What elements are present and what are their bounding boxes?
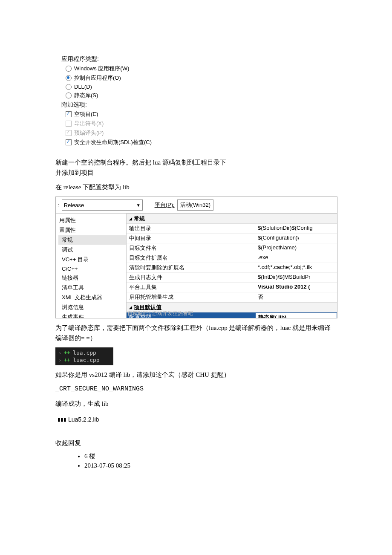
para-5: 编译成功，生成 lib (55, 399, 337, 409)
triangle-down-icon: ◢ (129, 217, 132, 221)
para-2: 在 release 下配置类型为 lib (55, 182, 337, 192)
opt-static-label: 静态库(S) (74, 92, 98, 99)
radio-icon (66, 92, 72, 98)
opt-console[interactable]: 控制台应用程序(O) (66, 74, 159, 82)
checkbox-icon (66, 139, 72, 145)
app-type-label: 应用程序类型: (61, 55, 159, 63)
para-4a: 如果你是用 vs2012 编译 lib，请添加这个宏（感谢 CHU 提醒） (55, 370, 337, 380)
plus-icon: ++ (63, 357, 70, 363)
checkbox-icon (66, 130, 72, 136)
platform-value: 活动(Win32) (180, 201, 211, 209)
prop-row: 清除时要删除的扩展名*.cdf;*.cache;*.obj;*.ilk (127, 263, 337, 273)
chk-export: 导出符号(X) (66, 120, 159, 127)
triangle-right-icon: ▷ (59, 358, 61, 362)
prop-row: 目标文件名$(ProjectName) (127, 243, 337, 253)
chk-export-label: 导出符号(X) (74, 120, 104, 127)
tree-item[interactable]: 生成事件 (58, 312, 126, 318)
config-value: Release (64, 202, 84, 208)
post-meta: 6 楼 2013-07-05 08:25 (67, 452, 337, 469)
radio-icon (66, 75, 72, 81)
opt-dll[interactable]: DLL(D) (66, 84, 159, 90)
library-icon: ▮▮▮ (58, 416, 66, 422)
chk-sdl[interactable]: 安全开发生命周期(SDL)检查(C) (66, 139, 159, 146)
triangle-right-icon: ▷ (59, 351, 61, 355)
list-item[interactable]: ▷ ++ lua.cpp (59, 349, 110, 356)
opt-static[interactable]: 静态库(S) (66, 92, 159, 99)
config-combo[interactable]: Release ▼ (62, 199, 143, 211)
project-properties: : Release ▼ 平台(P): 活动(Win32) 用属性 置属性 常规 … (55, 197, 337, 318)
opt-windows[interactable]: Windows 应用程序(W) (66, 65, 159, 72)
para-1: 新建一个空的控制台程序。然后把 lua 源码复制到工程目录下 并添加到项目 (55, 157, 337, 178)
prop-row: 目标文件扩展名.exe (127, 253, 337, 263)
excluded-files: ▷ ++ lua.cpp ▷ ++ luac.cpp (55, 347, 113, 365)
para-3: 为了编译静态库，需要把下面两个文件移除到工程外（lua.cpp 是编译解析器的，… (55, 323, 337, 343)
opt-windows-label: Windows 应用程序(W) (74, 65, 129, 72)
props-toolbar: : Release ▼ 平台(P): 活动(Win32) (56, 197, 337, 214)
tree-item[interactable]: 链接器 (58, 273, 126, 283)
tree-item[interactable]: 清单工具 (58, 283, 126, 292)
opt-console-label: 控制台应用程序(O) (74, 74, 121, 82)
props-grid: ◢ 常规 输出目录$(SolutionDir)$(Config 中间目录$(Co… (127, 214, 337, 318)
chk-pch-label: 预编译头(P) (74, 129, 104, 137)
file-name: luac.cpp (73, 357, 100, 363)
post-time: 2013-07-05 08:25 (84, 462, 337, 469)
triangle-down-icon: ◢ (129, 305, 132, 309)
tree-item-general[interactable]: 常规 (58, 235, 126, 245)
radio-icon (66, 84, 72, 90)
category-general[interactable]: ◢ 常规 (127, 214, 337, 224)
tree-item[interactable]: VC++ 目录 (58, 255, 126, 264)
tree-item[interactable]: XML 文档生成器 (58, 293, 126, 302)
tree-item[interactable]: C/C++ (58, 265, 126, 273)
props-tree[interactable]: 用属性 置属性 常规 调试 VC++ 目录 C/C++ 链接器 清单工具 XML… (56, 214, 127, 318)
checkbox-icon (66, 121, 72, 127)
tree-item[interactable]: 调试 (58, 245, 126, 254)
post-floor: 6 楼 (84, 452, 337, 460)
lib-filename: Lua5.2.2.lib (68, 416, 99, 423)
prop-row: 生成日志文件$(IntDir)\$(MSBuildPr (127, 273, 337, 283)
tree-item[interactable]: 置属性 (56, 225, 126, 235)
chk-empty[interactable]: 空项目(E) (66, 110, 159, 118)
platform-field[interactable]: 活动(Win32) (177, 199, 214, 211)
collapse-reply[interactable]: 收起回复 (55, 438, 337, 448)
prop-row: 中间目录$(Configuration)\ (127, 234, 337, 243)
tree-item[interactable]: 用属性 (56, 216, 126, 225)
prop-row: 启用托管增量生成否 (127, 292, 337, 302)
tree-item[interactable]: 浏览信息 (58, 303, 126, 312)
list-item[interactable]: ▷ ++ luac.cpp (59, 356, 110, 364)
checkbox-icon (66, 111, 72, 117)
file-name: lua.cpp (73, 350, 96, 356)
chevron-down-icon: ▼ (136, 203, 141, 208)
add-opts-label: 附加选项: (61, 101, 159, 109)
plus-icon: ++ (63, 350, 70, 356)
prop-row: 输出目录$(SolutionDir)$(Config (127, 224, 337, 234)
chk-sdl-label: 安全开发生命周期(SDL)检查(C) (74, 139, 152, 146)
macro-name: _CRT_SECURE_NO_WARNINGS (55, 384, 337, 394)
chk-empty-label: 空项目(E) (74, 110, 98, 118)
platform-label: 平台(P): (155, 201, 175, 209)
prop-row: 平台工具集Visual Studio 2012 ( (127, 283, 337, 292)
output-lib-file: ▮▮▮ Lua5.2.2.lib (55, 415, 101, 424)
chk-pch: 预编译头(P) (66, 129, 159, 137)
radio-icon (66, 66, 72, 72)
app-type-dialog: 应用程序类型: Windows 应用程序(W) 控制台应用程序(O) DLL(D… (55, 51, 165, 153)
opt-dll-label: DLL(D) (74, 84, 92, 90)
watermark: 百度贴吧 | 游戏开发狂热者吧 (127, 310, 193, 317)
